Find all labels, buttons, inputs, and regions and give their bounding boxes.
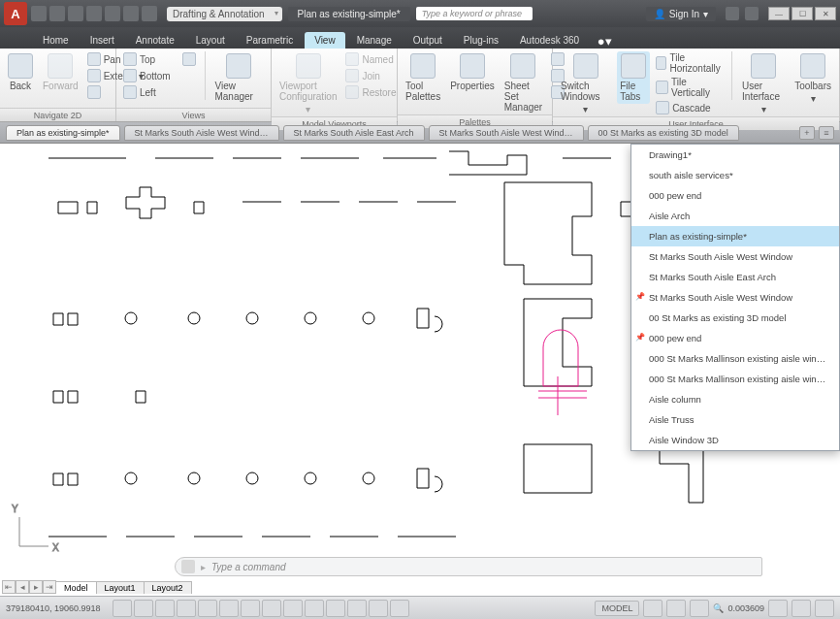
qat-save-icon[interactable] xyxy=(68,6,83,21)
top-view-button[interactable]: Top xyxy=(121,51,173,67)
restore-viewport-button[interactable]: Restore xyxy=(343,84,398,100)
forward-button[interactable]: Forward xyxy=(40,51,81,93)
sc-toggle[interactable] xyxy=(305,600,324,617)
app-menu-button[interactable]: A xyxy=(4,2,27,25)
view-manager-button[interactable]: View Manager xyxy=(211,51,266,104)
layout-tab-layout2[interactable]: Layout2 xyxy=(144,581,192,594)
drawing-list-item[interactable]: Aisle column xyxy=(631,389,839,409)
ribbon-tab-view[interactable]: View xyxy=(305,32,345,49)
exchange-icon[interactable] xyxy=(726,7,739,20)
status-extra4[interactable] xyxy=(768,600,788,617)
ribbon-tab-manage[interactable]: Manage xyxy=(347,32,402,49)
bottom-view-button[interactable]: Bottom xyxy=(121,68,173,83)
layout-first-button[interactable]: ⇤ xyxy=(2,580,16,594)
drawing-list-item[interactable]: St Marks South Aisle West Window xyxy=(631,246,839,267)
ribbon-tab-insert[interactable]: Insert xyxy=(81,32,124,49)
drawing-list-item[interactable]: 000 pew end xyxy=(631,328,839,348)
tool-palettes-button[interactable]: Tool Palettes xyxy=(403,51,443,104)
switch-windows-button[interactable]: Switch Windows ▾ xyxy=(558,51,613,116)
qp-toggle[interactable] xyxy=(283,600,303,617)
drawing-list-item[interactable]: St Marks South Aisle East Arch xyxy=(631,267,839,287)
ribbon-tab-annotate[interactable]: Annotate xyxy=(126,32,184,49)
grid-toggle[interactable] xyxy=(134,600,153,617)
sheetset-manager-button[interactable]: Sheet Set Manager xyxy=(501,51,545,114)
lwt-toggle[interactable] xyxy=(262,600,281,617)
drawing-list-item[interactable]: Plan as existing-simple* xyxy=(631,226,839,246)
drawing-list-item[interactable]: 000 pew end xyxy=(631,185,839,206)
ws-toggle[interactable] xyxy=(347,600,367,617)
join-viewport-button[interactable]: Join xyxy=(343,68,398,83)
qat-open-icon[interactable] xyxy=(49,6,65,21)
drawing-list-item[interactable]: 000 St Marks Mallinson existing aisle wi… xyxy=(631,348,839,369)
file-tab[interactable]: Plan as existing-simple* xyxy=(6,125,120,141)
otrack-toggle[interactable] xyxy=(219,600,239,617)
drawing-list-item[interactable]: Aisle Window 3D xyxy=(631,430,839,450)
am-toggle[interactable] xyxy=(326,600,345,617)
ribbon-tab-autodesk-360[interactable]: Autodesk 360 xyxy=(510,32,589,49)
minimize-button[interactable]: — xyxy=(768,7,790,20)
status-extra3[interactable] xyxy=(690,600,709,617)
polar-toggle[interactable] xyxy=(177,600,196,617)
clean-screen-button[interactable] xyxy=(815,600,834,617)
layout-tab-model[interactable]: Model xyxy=(55,581,97,594)
layout-last-button[interactable]: ⇥ xyxy=(43,580,56,594)
back-button[interactable]: Back xyxy=(5,51,36,93)
ribbon-tab-layout[interactable]: Layout xyxy=(186,32,235,49)
command-line[interactable]: ▸ Type a command xyxy=(175,557,762,576)
drawing-list-item[interactable]: Aisle Arch xyxy=(631,206,839,226)
new-tab-button[interactable]: + xyxy=(799,126,815,140)
layout-next-button[interactable]: ▸ xyxy=(29,580,43,594)
ribbon-tab-plug-ins[interactable]: Plug-ins xyxy=(454,32,508,49)
named-viewport-button[interactable]: Named xyxy=(343,51,398,67)
nav-arrow-button[interactable] xyxy=(180,51,198,67)
close-button[interactable]: ✕ xyxy=(815,7,836,20)
annotation-scale[interactable]: 0.003609 xyxy=(727,603,764,613)
toolbars-button[interactable]: Toolbars ▾ xyxy=(792,51,834,106)
properties-button[interactable]: Properties xyxy=(447,51,498,93)
extra-toggle[interactable] xyxy=(369,600,388,617)
ortho-toggle[interactable] xyxy=(155,600,175,617)
qat-saveas-icon[interactable] xyxy=(86,6,102,21)
file-tabs-button[interactable]: File Tabs xyxy=(617,51,650,104)
dyn-toggle[interactable] xyxy=(241,600,260,617)
drawing-list-item[interactable]: Aisle Truss xyxy=(631,409,839,430)
signin-button[interactable]: 👤 Sign In ▾ xyxy=(646,7,716,21)
drawing-list-item[interactable]: St Marks South Aisle West Window xyxy=(631,287,839,308)
maximize-button[interactable]: ☐ xyxy=(792,7,813,20)
cascade-button[interactable]: Cascade xyxy=(654,100,725,115)
snap-toggle[interactable] xyxy=(113,600,132,617)
ribbon-tab-output[interactable]: Output xyxy=(404,32,452,49)
ribbon-tab-parametric[interactable]: Parametric xyxy=(237,32,303,49)
file-tab[interactable]: St Marks South Aisle West Window xyxy=(124,125,279,141)
left-view-button[interactable]: Left xyxy=(121,84,173,100)
drawing-area[interactable]: Y X Drawing1*south aisle services*000 pe… xyxy=(0,144,840,589)
status-extra2[interactable] xyxy=(666,600,686,617)
drawing-list-item[interactable]: south aisle services* xyxy=(631,165,839,185)
qat-undo-icon[interactable] xyxy=(123,6,139,21)
tile-vertical-button[interactable]: Tile Vertically xyxy=(654,76,725,99)
file-tab[interactable]: St Marks South Aisle West Window xyxy=(429,125,584,141)
help-icon[interactable] xyxy=(745,7,759,20)
layout-tab-layout1[interactable]: Layout1 xyxy=(96,581,145,594)
tile-horizontal-button[interactable]: Tile Horizontally xyxy=(654,51,725,75)
viewport-config-button[interactable]: Viewport Configuration ▾ xyxy=(276,51,339,116)
status-extra1[interactable] xyxy=(643,600,662,617)
file-tab[interactable]: St Marks South Aisle East Arch xyxy=(283,125,425,141)
model-space-label[interactable]: MODEL xyxy=(595,601,639,616)
tabs-menu-button[interactable]: ≡ xyxy=(819,126,834,140)
drawing-list-item[interactable]: Drawing1* xyxy=(631,145,839,165)
osnap-toggle[interactable] xyxy=(198,600,217,617)
extra2-toggle[interactable] xyxy=(390,600,409,617)
file-tab[interactable]: 00 St Marks as existing 3D model xyxy=(588,125,739,141)
drawing-list-item[interactable]: 000 St Marks Mallinson existing aisle wi… xyxy=(631,369,839,389)
qat-new-icon[interactable] xyxy=(31,6,47,21)
drawing-list-item[interactable]: 00 St Marks as existing 3D model xyxy=(631,308,839,328)
layout-prev-button[interactable]: ◂ xyxy=(16,580,29,594)
workspace-selector[interactable]: Drafting & Annotation xyxy=(167,7,282,21)
ribbon-tab-home[interactable]: Home xyxy=(33,32,79,49)
qat-redo-icon[interactable] xyxy=(142,6,157,21)
user-interface-button[interactable]: User Interface ▾ xyxy=(739,51,788,116)
ribbon-options-button[interactable]: ●▾ xyxy=(597,33,612,49)
search-input[interactable]: Type a keyword or phrase xyxy=(416,7,533,20)
status-extra5[interactable] xyxy=(792,600,811,617)
